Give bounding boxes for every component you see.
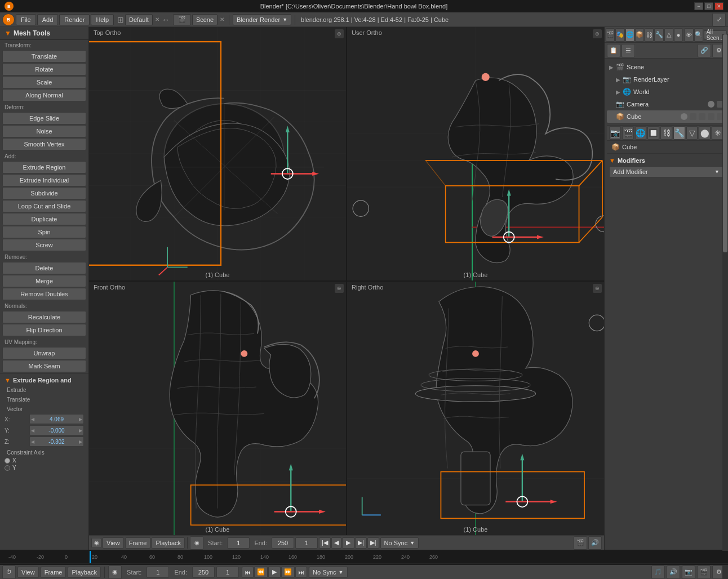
recalculate-btn[interactable]: Recalculate (2, 311, 86, 323)
scene-selector[interactable]: Scene (192, 14, 217, 25)
add-menu[interactable]: Add (37, 14, 59, 25)
cube-extra[interactable] (699, 113, 705, 120)
delete-btn[interactable]: Delete (2, 262, 86, 274)
prop-modifier[interactable]: 🔧 (673, 126, 685, 140)
render-props-btn[interactable]: 🎬 (606, 28, 615, 42)
layout-selector[interactable]: Default (125, 14, 153, 25)
scale-btn[interactable]: Scale (2, 76, 86, 88)
data-btn[interactable]: △ (664, 28, 673, 42)
start-input2[interactable] (147, 567, 169, 578)
no-sync-btn[interactable]: No Sync ▼ (380, 537, 419, 549)
y-radio[interactable] (5, 465, 10, 471)
outliner-btn[interactable]: 📋 (607, 44, 620, 57)
filter-btn[interactable]: ☰ (622, 44, 635, 57)
anim-extra2[interactable]: 🔊 (667, 565, 680, 579)
cube-outliner-item[interactable]: 📦 Cube (607, 110, 726, 123)
playback-menu-btn[interactable]: Playback (152, 537, 185, 549)
translate-btn[interactable]: Translate (2, 50, 86, 63)
end-input2[interactable] (192, 567, 215, 578)
prop-world[interactable]: 🌐 (635, 126, 647, 140)
current-frame-input[interactable] (295, 537, 318, 549)
along-normal-btn[interactable]: Along Normal (2, 89, 86, 101)
viewport-right-ortho[interactable]: Right Ortho ⊕ (347, 282, 604, 535)
camera-item[interactable]: 📷 Camera (607, 98, 726, 110)
prop-data[interactable]: ▽ (686, 126, 698, 140)
modifier-btn[interactable]: 🔧 (654, 28, 663, 42)
spin-btn[interactable]: Spin (2, 226, 86, 238)
view-menu-btn[interactable]: View (103, 537, 124, 549)
play-next[interactable]: ⏩ (281, 567, 295, 578)
edge-slide-btn[interactable]: Edge Slide (2, 112, 86, 124)
noise-btn[interactable]: Noise (2, 125, 86, 137)
flip-direction-btn[interactable]: Flip Direction (2, 324, 86, 336)
timeline-icon[interactable]: ⏱ (2, 565, 16, 579)
start-frame-input[interactable] (227, 537, 250, 549)
world-item[interactable]: ▶ 🌐 World (607, 86, 726, 98)
next-frame-btn[interactable]: ▶| (355, 537, 367, 549)
end-frame-input[interactable] (272, 537, 294, 549)
anim-icon3[interactable]: 🔊 (588, 536, 602, 550)
mode-icon[interactable]: ◉ (91, 538, 101, 548)
anim-extra1[interactable]: 🎵 (651, 565, 665, 579)
jump-start-btn[interactable]: |◀ (319, 537, 331, 549)
extrude-individual-btn[interactable]: Extrude Individual (2, 174, 86, 186)
current-input2[interactable] (216, 567, 239, 578)
loop-cut-btn[interactable]: Loop Cut and Slide (2, 200, 86, 212)
prop-render[interactable]: 📷 (609, 126, 621, 140)
play-stop[interactable]: ▶ (268, 567, 281, 578)
play-jump-end[interactable]: ⏭ (295, 567, 307, 578)
prop-particles[interactable]: ✳ (712, 126, 723, 140)
extrude-region-btn[interactable]: Extrude Region (2, 161, 86, 173)
no-sync-btn2[interactable]: No Sync ▼ (309, 567, 348, 578)
cube-lock[interactable] (708, 113, 714, 120)
jump-end-btn[interactable]: ▶| (367, 537, 379, 549)
merge-btn[interactable]: Merge (2, 275, 86, 287)
frame-menu-btn[interactable]: Frame (125, 537, 151, 549)
constraint-btn[interactable]: ⛓ (645, 28, 654, 42)
subdivide-btn[interactable]: Subdivide (2, 187, 86, 199)
anim-icon2[interactable]: 🎬 (574, 536, 587, 550)
prop-scene[interactable]: 🎬 (622, 126, 634, 140)
prop-material[interactable]: ⬤ (699, 126, 711, 140)
anim-icon1[interactable]: ◉ (190, 536, 203, 550)
remove-doubles-btn[interactable]: Remove Doubles (2, 288, 86, 300)
play-jump-start[interactable]: ⏮ (242, 567, 254, 578)
mark-seam-btn[interactable]: Mark Seam (2, 360, 86, 372)
cube-eye[interactable] (681, 113, 687, 120)
render-layer-item[interactable]: ▶ 📷 RenderLayer (607, 73, 726, 86)
playback-timeline-btn[interactable]: Playback (68, 567, 101, 578)
maximize-button[interactable]: □ (704, 2, 713, 10)
cube-render[interactable] (690, 113, 696, 120)
y-value-field[interactable]: ◀ -0.000 ▶ (29, 425, 84, 435)
view-timeline-btn[interactable]: View (17, 567, 39, 578)
file-menu[interactable]: File (16, 14, 36, 25)
material-btn[interactable]: ● (674, 28, 683, 42)
add-modifier-btn[interactable]: Add Modifier ▼ (609, 166, 723, 177)
viewport-front-ortho[interactable]: Front Ortho ⊕ (89, 282, 346, 535)
rotate-btn[interactable]: Rotate (2, 63, 86, 75)
scene-props-btn[interactable]: 🎭 (615, 28, 624, 42)
viewport-top-ortho[interactable]: Top Ortho ⊕ (89, 27, 346, 280)
search-btn[interactable]: 🔍 (694, 28, 703, 42)
render-menu[interactable]: Render (59, 14, 90, 25)
scene-item[interactable]: ▶ 🎬 Scene (607, 61, 726, 73)
render-engine-selector[interactable]: Blender Render ▼ (233, 14, 291, 25)
link-btn[interactable]: 🔗 (698, 44, 711, 57)
viewport-user-ortho[interactable]: User Ortho ⊕ (347, 27, 604, 280)
camera-eye[interactable] (708, 101, 714, 108)
x-value-field[interactable]: ◀ 4.069 ▶ (29, 414, 84, 424)
duplicate-btn[interactable]: Duplicate (2, 213, 86, 225)
screw-btn[interactable]: Screw (2, 239, 86, 251)
minimize-button[interactable]: − (694, 2, 703, 10)
z-value-field[interactable]: ◀ -0.302 ▶ (29, 437, 84, 447)
smooth-vertex-btn[interactable]: Smooth Vertex (2, 138, 86, 150)
unwrap-btn[interactable]: Unwrap (2, 347, 86, 359)
play-btn[interactable]: ▶ (342, 537, 354, 549)
prop-object[interactable]: 🔲 (647, 126, 659, 140)
extrude-subpanel-header[interactable]: ▼ Extrude Region and (2, 376, 86, 385)
prev-frame-btn[interactable]: ◀ (331, 537, 341, 549)
frame-timeline-btn[interactable]: Frame (41, 567, 66, 578)
anim-extra3[interactable]: 📷 (682, 565, 695, 579)
anim-extra4[interactable]: 🎬 (697, 565, 711, 579)
view-btn-r[interactable]: 👁 (684, 28, 693, 42)
